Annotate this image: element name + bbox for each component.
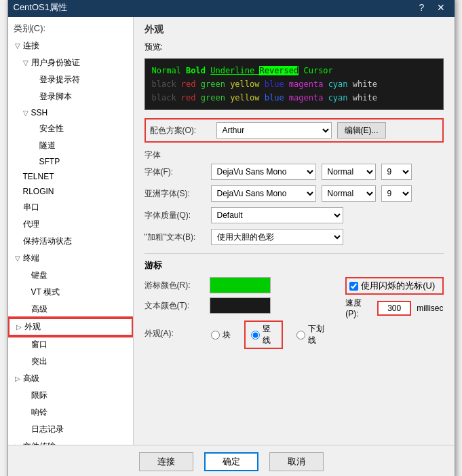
sidebar-item-label: 高级 [22,372,41,385]
sidebar-item-label: 登录脚本 [38,90,73,103]
speed-input[interactable] [377,301,411,316]
speed-label: 速度(P): [345,297,372,318]
appearance-radio-group: 块 竖线 下划线 [211,321,330,349]
radio-bar-label[interactable]: 竖线 [244,321,283,349]
radio-underline-text: 下划线 [308,323,329,346]
main-content: 外观 预览: Normal Bold Underline Reversed Cu… [134,17,455,445]
font-style-select[interactable]: Normal [322,164,376,180]
cancel-button[interactable]: 取消 [269,452,324,471]
preview-box: Normal Bold Underline Reversed Cursor bl… [145,58,444,110]
sidebar-item-ssh[interactable]: ▽ SSH [8,105,133,120]
preview-label-row: 预览: [145,41,444,53]
sidebar-item-rlogin[interactable]: RLOGIN [8,184,133,199]
title-bar-buttons: ? ✕ [414,1,449,14]
asian-font-size-select[interactable]: 9 [381,185,412,202]
expand-icon: ▽ [15,42,20,50]
bold-text-select[interactable]: 使用大胆的色彩 [211,229,343,245]
radio-block[interactable] [211,331,220,340]
sidebar-item-label: 响铃 [30,406,49,419]
sidebar-item-window[interactable]: 窗口 [8,336,133,353]
sidebar-item-advanced[interactable]: 高级 [8,301,133,318]
asian-font-style-select[interactable]: Normal [322,185,376,202]
sidebar-item-advanced2[interactable]: ▷ 高级 [8,370,133,387]
sidebar-item-label: VT 模式 [30,286,61,299]
connect-button[interactable]: 连接 [139,452,193,471]
sidebar-item-label: 外观 [23,321,42,333]
ok-button[interactable]: 确定 [204,452,258,471]
sidebar-item-terminal[interactable]: ▽ 终端 [8,250,133,267]
sidebar-item-label: SSH [30,107,50,118]
sidebar-item-sftp[interactable]: SFTP [8,154,133,169]
color-scheme-row: 配色方案(O): Arthur 编辑(E)... [145,118,444,143]
font-quality-select[interactable]: Default [211,207,343,223]
bold-text-row: "加粗"文本(B): 使用大胆的色彩 [145,229,444,245]
sidebar-item-limits[interactable]: 限际 [8,387,133,404]
sidebar-item-port[interactable]: 串口 [8,199,133,216]
sidebar-item-label: 连接 [22,39,41,52]
sidebar-item-label: SFTP [38,156,62,167]
cursor-color-label: 游标颜色(R): [145,280,206,291]
sidebar-item-login-script[interactable]: 登录脚本 [8,88,133,105]
asian-font-label: 亚洲字体(S): [145,188,206,200]
help-button[interactable]: ? [414,1,430,14]
preview-line3: black red green yellow blue magenta cyan… [152,92,436,104]
text-color-swatch[interactable] [210,297,271,314]
sidebar-item-label: 终端 [22,252,41,265]
expand-icon: ▽ [23,59,28,67]
text-color-label: 文本颜色(T): [145,300,206,312]
sidebar-item-label: TELNET [22,171,56,182]
cursor-color-row: 游标颜色(R): [145,277,330,293]
sidebar-item-vt-mode[interactable]: VT 模式 [8,284,133,301]
sidebar-item-keepalive[interactable]: 保持活动状态 [8,233,133,250]
preview-line1: Normal Bold Underline Reversed Cursor [152,65,436,77]
sidebar-item-proxy[interactable]: 代理 [8,216,133,233]
preview-line2: black red green yellow blue magenta cyan… [152,78,436,90]
sidebar-item-bell[interactable]: 响铃 [8,404,133,421]
sidebar-item-appearance[interactable]: ▷ 外观 [8,318,133,336]
font-size-select[interactable]: 9 [381,164,412,180]
sidebar-item-label: 文件传输 [22,440,57,445]
text-color-row: 文本颜色(T): [145,297,330,314]
sidebar-item-label: 登录提示符 [38,73,81,86]
sidebar-item-security[interactable]: 安全性 [8,120,133,137]
font-label: 字体(F): [145,166,206,178]
sidebar-item-highlight[interactable]: 突出 [8,353,133,370]
cursor-section: 游标 游标颜色(R): 文本颜色(T): 外观(A): [145,253,444,354]
expand-icon: ▽ [15,255,20,262]
expand-icon: ▽ [23,109,28,117]
section-title: 外观 [145,24,444,36]
sidebar-item-keyboard[interactable]: 键盘 [8,267,133,284]
sidebar-item-log[interactable]: 日志记录 [8,421,133,438]
bold-text-label: "加粗"文本(B): [145,232,206,243]
sidebar-item-tunnel[interactable]: 隧道 [8,137,133,154]
sidebar-item-file-transfer[interactable]: ▷ 文件传输 [8,438,133,445]
flash-checkbox[interactable] [349,282,358,291]
font-select[interactable]: DejaVu Sans Mono [211,164,316,180]
cursor-section-title: 游标 [145,259,444,272]
flash-label: 使用闪烁的光标(U) [361,280,435,292]
color-scheme-select[interactable]: Arthur [216,122,332,139]
sidebar-item-label: 串口 [22,201,41,214]
preview-cursor: Cursor [299,66,333,75]
radio-block-label[interactable]: 块 [211,329,231,341]
expand-icon: ▷ [15,375,20,382]
sidebar-item-telnet[interactable]: TELNET [8,169,133,184]
speed-unit: millisec [417,304,443,313]
sidebar-item-login-prompt[interactable]: 登录提示符 [8,71,133,88]
font-quality-label: 字体质量(Q): [145,210,206,221]
sidebar-item-label: 键盘 [30,269,49,282]
cursor-left-col: 游标颜色(R): 文本颜色(T): 外观(A): [145,277,330,354]
radio-underline-label[interactable]: 下划线 [296,323,329,346]
radio-block-text: 块 [223,329,231,341]
radio-bar[interactable] [251,331,260,340]
edit-button[interactable]: 编辑(E)... [337,122,386,139]
close-button[interactable]: ✕ [433,1,449,14]
radio-underline[interactable] [296,331,305,340]
asian-font-select[interactable]: DejaVu Sans Mono [211,185,316,202]
sidebar-item-connect[interactable]: ▽ 连接 [8,37,133,54]
cursor-color-swatch[interactable] [210,277,271,293]
preview-label: 预览: [145,41,163,53]
appearance-label-row: 外观(A): 块 竖线 [145,318,330,349]
sidebar-item-auth[interactable]: ▽ 用户身份验证 [8,54,133,71]
radio-bar-text: 竖线 [263,323,276,346]
